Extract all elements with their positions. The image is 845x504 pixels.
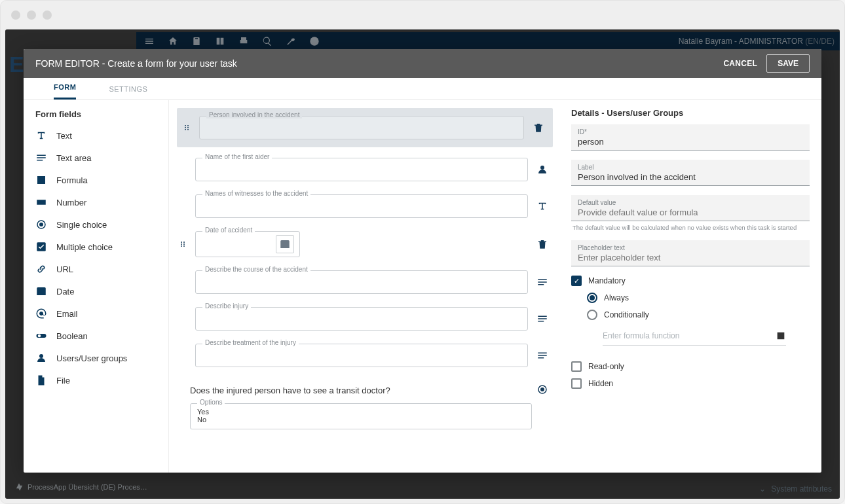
- help-icon[interactable]: [309, 36, 320, 46]
- svg-point-16: [181, 243, 182, 245]
- default-label: Default value: [578, 199, 803, 206]
- canvas-field-person[interactable]: Person involved in the accident: [177, 108, 553, 147]
- calendar-icon[interactable]: [276, 235, 294, 253]
- cancel-button[interactable]: CANCEL: [723, 59, 757, 68]
- id-input[interactable]: [578, 137, 803, 147]
- field-legend: Date of accident: [202, 226, 255, 234]
- field-input[interactable]: Name of the first aider: [195, 158, 528, 181]
- svg-point-11: [185, 129, 186, 130]
- details-id-field[interactable]: ID*: [571, 124, 810, 151]
- field-input[interactable]: Describe the course of the accident: [195, 270, 528, 294]
- save-button[interactable]: SAVE: [766, 54, 810, 73]
- svg-point-2: [39, 223, 43, 226]
- canvas-field-first-aider[interactable]: Name of the first aider: [173, 151, 557, 188]
- clipboard-icon[interactable]: [191, 36, 202, 46]
- option-yes: Yes: [197, 408, 525, 416]
- readonly-checkbox[interactable]: Read-only: [571, 361, 810, 372]
- current-user[interactable]: Natalie Bayram - ADMINISTRATOR (EN/DE): [679, 37, 835, 46]
- app-logo: E: [9, 52, 24, 77]
- field-date-input[interactable]: Date of accident: [195, 231, 300, 257]
- svg-point-21: [540, 387, 544, 391]
- palette-single-choice[interactable]: Single choice: [24, 213, 168, 236]
- palette-multiple-choice[interactable]: Multiple choice: [24, 236, 168, 258]
- palette-textarea[interactable]: Text area: [24, 147, 168, 169]
- browser-titlebar: [1, 1, 844, 29]
- delete-field-button[interactable]: [529, 122, 548, 134]
- drag-handle-icon[interactable]: [179, 124, 194, 132]
- palette-heading: Form fields: [24, 109, 168, 124]
- system-attributes-toggle[interactable]: ⌄System attributes: [759, 484, 832, 494]
- tab-form[interactable]: FORM: [54, 83, 76, 99]
- palette-text[interactable]: Text: [24, 124, 168, 147]
- checkbox-icon: [571, 361, 582, 372]
- home-icon[interactable]: [168, 36, 178, 46]
- palette-date[interactable]: Date: [24, 280, 168, 302]
- traffic-light-close[interactable]: [11, 10, 20, 20]
- textarea-type-icon: [533, 313, 552, 325]
- svg-point-19: [183, 245, 185, 247]
- formula-input[interactable]: Enter formula function: [603, 327, 786, 346]
- field-input[interactable]: Describe injury: [195, 307, 528, 331]
- details-panel: Details - Users/user Groups ID* Label De…: [559, 100, 821, 473]
- tab-settings[interactable]: SETTINGS: [109, 85, 147, 99]
- id-label: ID*: [578, 128, 803, 135]
- palette-formula[interactable]: Formula: [24, 169, 168, 191]
- canvas-field-injury[interactable]: Describe injury: [173, 300, 557, 337]
- label-label: Label: [578, 164, 803, 171]
- mandatory-checkbox[interactable]: Mandatory: [571, 276, 810, 286]
- mandatory-conditionally-radio[interactable]: Conditionally: [587, 310, 810, 320]
- book-icon[interactable]: [215, 36, 225, 46]
- app-topbar: Natalie Bayram - ADMINISTRATOR (EN/DE): [136, 32, 840, 50]
- svg-point-6: [39, 354, 43, 358]
- details-default-field[interactable]: Default value: [571, 195, 810, 221]
- hidden-checkbox[interactable]: Hidden: [571, 378, 810, 389]
- palette-boolean[interactable]: Boolean: [24, 325, 168, 347]
- mandatory-always-radio[interactable]: Always: [587, 293, 810, 303]
- canvas-field-transit-doctor[interactable]: Does the injured person have to see a tr…: [173, 374, 557, 436]
- print-icon[interactable]: [238, 36, 249, 46]
- canvas-field-witnesses[interactable]: Names of witnesses to the accident: [173, 188, 557, 225]
- user-type-icon: [533, 164, 552, 175]
- delete-field-button[interactable]: [533, 238, 552, 250]
- placeholder-label: Placeholder text: [578, 244, 803, 251]
- palette-users[interactable]: Users/User groups: [24, 347, 168, 369]
- label-input[interactable]: [578, 172, 803, 182]
- field-input[interactable]: Person involved in the accident: [199, 116, 524, 139]
- palette-email[interactable]: Email: [24, 302, 168, 325]
- wrench-icon[interactable]: [286, 36, 296, 46]
- placeholder-input[interactable]: [578, 253, 803, 262]
- user-name: Natalie Bayram: [679, 37, 732, 46]
- field-input[interactable]: Names of witnesses to the accident: [195, 194, 528, 218]
- canvas-field-date[interactable]: Date of accident: [173, 225, 557, 264]
- drag-handle-icon[interactable]: [176, 240, 190, 248]
- text-type-icon: [533, 200, 552, 212]
- palette-number[interactable]: Number: [24, 191, 168, 213]
- default-input[interactable]: [578, 207, 803, 217]
- canvas-field-course[interactable]: Describe the course of the accident: [173, 264, 557, 300]
- traffic-light-minimize[interactable]: [27, 10, 36, 20]
- svg-point-18: [181, 245, 182, 247]
- details-placeholder-field[interactable]: Placeholder text: [571, 240, 810, 266]
- menu-icon[interactable]: [144, 36, 155, 46]
- options-box[interactable]: Options Yes No: [190, 403, 532, 429]
- search-icon[interactable]: [262, 36, 272, 46]
- palette-file[interactable]: File: [24, 369, 168, 391]
- field-legend: Describe treatment of the injury: [202, 339, 299, 346]
- checkbox-icon: [571, 378, 582, 389]
- radio-icon: [587, 293, 597, 303]
- radio-icon: [587, 310, 597, 320]
- modal-title: FORM EDITOR - Create a form for your use…: [35, 58, 237, 69]
- formula-picker-icon[interactable]: [776, 331, 786, 341]
- palette-url[interactable]: URL: [24, 258, 168, 280]
- user-locale: (EN/DE): [805, 37, 835, 46]
- field-input[interactable]: Describe treatment of the injury: [195, 344, 528, 367]
- svg-point-10: [187, 127, 189, 128]
- breadcrumb: ProcessApp Übersicht (DE) Proces…: [28, 483, 147, 491]
- traffic-light-maximize[interactable]: [43, 10, 52, 20]
- checkbox-icon: [571, 276, 582, 286]
- svg-point-7: [185, 125, 186, 126]
- canvas-field-treatment[interactable]: Describe treatment of the injury: [173, 337, 557, 374]
- details-label-field[interactable]: Label: [571, 160, 810, 186]
- field-legend: Name of the first aider: [202, 153, 272, 160]
- svg-point-15: [183, 242, 185, 243]
